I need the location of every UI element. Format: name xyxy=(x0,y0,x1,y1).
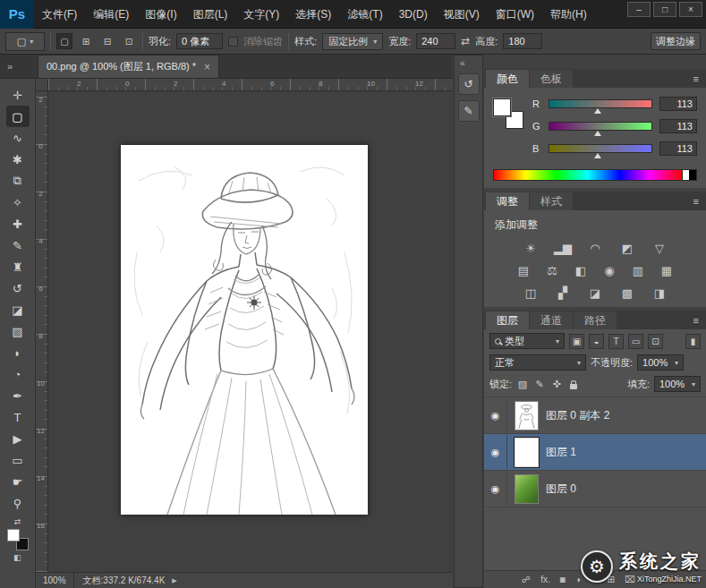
history-brush-tool[interactable]: ↺ xyxy=(6,277,30,299)
menu-edit[interactable]: 编辑(E) xyxy=(85,0,137,29)
exposure-icon[interactable]: ◩ xyxy=(617,240,638,257)
menu-3d[interactable]: 3D(D) xyxy=(391,0,436,29)
green-value-input[interactable]: 113 xyxy=(659,119,697,133)
menu-help[interactable]: 帮助(H) xyxy=(542,0,595,29)
height-input[interactable]: 180 xyxy=(503,33,542,49)
gradient-tool[interactable]: ▨ xyxy=(6,320,30,342)
healing-brush-tool[interactable]: ✚ xyxy=(6,213,30,234)
opacity-dropdown[interactable]: 100% xyxy=(637,354,684,371)
gradient-map-icon[interactable]: ▩ xyxy=(617,285,638,302)
lock-position-icon[interactable]: ✜ xyxy=(550,379,563,390)
hue-saturation-icon[interactable]: ▤ xyxy=(513,262,534,279)
red-value-input[interactable]: 113 xyxy=(659,97,697,111)
menu-select[interactable]: 选择(S) xyxy=(287,0,339,29)
layer-thumbnail[interactable] xyxy=(515,438,539,467)
crop-tool[interactable]: ⧉ xyxy=(6,170,30,192)
foreground-color-swatch[interactable] xyxy=(7,529,20,541)
foreground-swatch[interactable] xyxy=(493,98,511,116)
clone-stamp-tool[interactable]: ♜ xyxy=(6,256,30,277)
panel-menu-icon[interactable]: ≡ xyxy=(693,192,706,210)
color-spectrum-bar[interactable] xyxy=(493,169,697,181)
document-tab[interactable]: 00.png @ 100% (图层 1, RGB/8) * × xyxy=(38,55,219,78)
tab-paths[interactable]: 路径 xyxy=(574,311,617,329)
panel-menu-icon[interactable]: ≡ xyxy=(693,70,706,88)
zoom-tool[interactable]: ⚲ xyxy=(6,492,30,514)
layer-filter-dropdown[interactable]: 类型 xyxy=(489,333,565,349)
spectrum-black-white[interactable] xyxy=(682,170,696,180)
toolbar-collapse-button[interactable]: » xyxy=(0,54,38,78)
type-tool[interactable]: T xyxy=(6,406,30,428)
color-balance-icon[interactable]: ⚖ xyxy=(541,262,563,279)
tab-channels[interactable]: 通道 xyxy=(530,311,573,329)
invert-icon[interactable]: ◫ xyxy=(520,285,541,302)
filter-smart-objects-button[interactable]: ⊡ xyxy=(648,334,663,349)
history-panel-button[interactable]: ↺ xyxy=(458,73,480,95)
green-slider-thumb[interactable] xyxy=(594,131,601,136)
blue-slider[interactable] xyxy=(549,144,652,153)
link-layers-icon[interactable]: ☍ xyxy=(522,575,531,584)
visibility-eye-icon[interactable]: ◉ xyxy=(484,471,507,507)
curves-icon[interactable]: ◠ xyxy=(584,240,606,257)
swap-width-height-icon[interactable]: ⇄ xyxy=(461,35,470,47)
maximize-button[interactable]: □ xyxy=(653,2,676,17)
layer-name[interactable]: 图层 1 xyxy=(546,445,576,460)
panel-menu-icon[interactable]: ≡ xyxy=(693,311,706,329)
lock-transparency-icon[interactable]: ▨ xyxy=(516,379,529,390)
threshold-icon[interactable]: ◪ xyxy=(584,285,606,302)
eyedropper-tool[interactable]: ✧ xyxy=(6,192,30,213)
pen-tool[interactable]: ✒ xyxy=(6,385,30,406)
move-tool[interactable]: ✛ xyxy=(6,84,30,106)
blur-tool[interactable]: ◗ xyxy=(6,342,30,363)
foreground-background-swatches[interactable] xyxy=(7,529,29,550)
blue-value-input[interactable]: 113 xyxy=(659,141,697,156)
blue-slider-thumb[interactable] xyxy=(594,153,601,158)
style-dropdown[interactable]: 固定比例 xyxy=(322,33,383,50)
menu-layer[interactable]: 图层(L) xyxy=(185,0,236,29)
quick-mask-icon[interactable]: ◧ xyxy=(13,553,21,562)
dodge-tool[interactable]: ◔ xyxy=(6,363,30,385)
layer-thumbnail[interactable] xyxy=(515,474,539,504)
intersect-selection-button[interactable]: ⊡ xyxy=(121,33,137,49)
zoom-level-input[interactable]: 100% xyxy=(36,573,74,588)
color-lookup-icon[interactable]: ▦ xyxy=(656,262,677,279)
layer-name[interactable]: 图层 0 xyxy=(546,481,576,497)
lock-pixels-icon[interactable]: ✎ xyxy=(533,379,546,390)
canvas-image[interactable] xyxy=(121,145,368,515)
lock-all-icon[interactable] xyxy=(567,379,580,389)
selective-color-icon[interactable]: ◨ xyxy=(649,285,670,302)
expand-panels-icon[interactable]: « xyxy=(455,58,465,68)
fill-dropdown[interactable]: 100% xyxy=(654,376,701,392)
layer-name[interactable]: 图层 0 副本 2 xyxy=(546,408,609,423)
menu-image[interactable]: 图像(I) xyxy=(137,0,184,29)
new-adjustment-layer-icon[interactable]: ◑ xyxy=(575,575,581,584)
menu-file[interactable]: 文件(F) xyxy=(34,0,85,29)
path-selection-tool[interactable]: ▶ xyxy=(6,428,30,449)
layer-style-icon[interactable]: fx. xyxy=(540,575,550,584)
minimize-button[interactable]: – xyxy=(627,2,651,17)
menu-window[interactable]: 窗口(W) xyxy=(488,0,542,29)
menu-filter[interactable]: 滤镜(T) xyxy=(339,0,390,29)
black-white-icon[interactable]: ◧ xyxy=(570,262,591,279)
filter-pixel-layers-button[interactable]: ▣ xyxy=(569,334,584,349)
brush-tool[interactable]: ✎ xyxy=(6,234,30,256)
swap-colors-icon[interactable]: ⇄ xyxy=(14,517,21,526)
layer-row-copy2[interactable]: ◉ 图层 0 副本 2 xyxy=(484,397,706,434)
add-layer-mask-icon[interactable]: ◙ xyxy=(560,575,566,584)
filter-adjustment-layers-button[interactable]: ◒ xyxy=(589,334,604,349)
blend-mode-dropdown[interactable]: 正常 xyxy=(489,354,586,371)
visibility-eye-icon[interactable]: ◉ xyxy=(484,434,507,470)
vibrance-icon[interactable]: ▽ xyxy=(649,240,670,257)
spectrum-gradient[interactable] xyxy=(494,170,682,180)
red-slider[interactable] xyxy=(549,99,652,108)
add-selection-button[interactable]: ⊞ xyxy=(78,33,94,49)
panel-color-swatches[interactable] xyxy=(493,98,523,129)
visibility-eye-icon[interactable]: ◉ xyxy=(484,397,507,433)
posterize-icon[interactable]: ▞ xyxy=(552,285,574,302)
filter-type-layers-button[interactable]: T xyxy=(608,334,624,349)
quick-selection-tool[interactable]: ✱ xyxy=(6,149,30,170)
layer-row-1-selected[interactable]: ◉ 图层 1 xyxy=(484,434,706,471)
tab-color[interactable]: 颜色 xyxy=(486,70,529,88)
red-slider-thumb[interactable] xyxy=(594,108,601,114)
feather-input[interactable]: 0 像素 xyxy=(176,33,223,49)
rectangular-marquee-tool[interactable]: ▢ xyxy=(6,106,30,127)
